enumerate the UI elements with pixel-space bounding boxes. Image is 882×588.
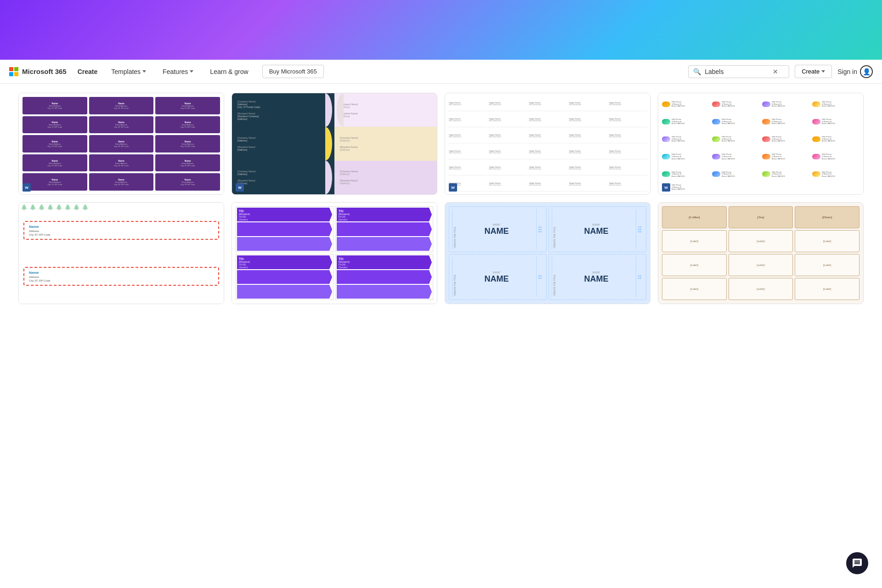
search-input[interactable] [705, 68, 769, 75]
user-avatar-icon: 👤 [860, 65, 873, 78]
animal-icon-lilac [712, 154, 720, 159]
navbar-right: 🔍 ✕ Create Sign in 👤 [688, 65, 873, 78]
template-card-arrow-labels[interactable]: TO: [Recipient] FROM: [Sender] [232, 202, 437, 304]
animal-cell: Halle Peusna12 Beacon StBoston, MA 02135 [661, 131, 710, 147]
animal-cell: Halle Peusna12 Beacon StBoston, MA 02135 [661, 166, 710, 182]
kitchen-label-flour: [Flour] [795, 206, 859, 228]
event-badge-2: CREATE THE TITLE EVENT NAME [548, 206, 646, 252]
arrow-labels-layout: TO: [Recipient] FROM: [Sender] [232, 203, 437, 304]
kitchen-label-5: [Label] [729, 254, 793, 276]
create-dropdown-button[interactable]: Create [795, 65, 832, 78]
arrow-stripe-2 [237, 222, 332, 236]
animal-icon-gold [812, 102, 820, 107]
clear-search-icon[interactable]: ✕ [773, 68, 778, 75]
animal-icon-tangerine [762, 154, 770, 159]
purple-label-cell: NameStreet AddressCity, ST ZIP Code [155, 97, 220, 114]
xmas-label-1: Name Address City ST ZIP Code [23, 221, 219, 240]
template-card-kitchen-labels[interactable]: [Coffee] [Tea] [Flour] [Label] [Label] [… [658, 202, 864, 304]
tree-icon: 🌲 [73, 204, 80, 302]
script-cell: Abigail Jackson420 N. Broad Street [608, 144, 647, 159]
arrow-stripe-c [337, 237, 432, 251]
navbar: Microsoft 365 Create Templates Features … [0, 60, 882, 84]
script-cell: Abigail Jackson420 N. Broad Street [488, 144, 527, 159]
animal-cell: Halle Peusna12 Beacon StBoston, MA 02135 [711, 166, 760, 182]
purple-label-cell: NameStreet AddressCity, ST ZIP Code [23, 116, 87, 134]
purple-label-cell: NameStreet AddressCity, ST ZIP Code [155, 116, 220, 134]
search-icon: 🔍 [693, 68, 701, 75]
tree-icon: 🌲 [29, 204, 36, 302]
template-card-script-labels[interactable]: Abigail Jackson420 N. Broad Street Abiga… [445, 93, 650, 195]
templates-chevron-icon [142, 70, 146, 73]
arrow-label-text: TO: [Recipient] FROM: [Sender] [239, 209, 330, 221]
xmas-address-field: Address [29, 230, 214, 232]
script-cell: Abigail Jackson420 N. Broad Street [568, 128, 607, 143]
templates-nav-link[interactable]: Templates [108, 66, 149, 77]
template-preview-animal-labels: Halle Peusna12 Beacon StBoston, MA 02135… [658, 93, 863, 194]
template-card-wavy-labels[interactable]: [Company Name] [Address] [City, ST Posta… [232, 93, 437, 195]
purple-label-cell: NameStreet AddressCity, ST ZIP Code [89, 116, 154, 134]
animal-icon-purple [762, 102, 770, 107]
wavy-pink-cell: [Company Name] [Address] [Recipient Name… [334, 161, 437, 194]
script-cell: Abigail Jackson420 N. Broad Street [608, 160, 647, 175]
script-cell: Abigail Jackson420 N. Broad Street [608, 112, 647, 127]
event-badge-4: CREATE THE TITLE EVENT NAME [548, 254, 646, 300]
animal-cell: Halle Peusna12 Beacon StBoston, MA 02135 [661, 113, 710, 130]
script-cell: Abigail Jackson420 N. Broad Street [528, 128, 567, 143]
animal-cell: Halle Peusna12 Beacon StBoston, MA 02135 [761, 131, 810, 147]
animal-icon-green [662, 119, 670, 124]
script-cell: Abigail Jackson420 N. Broad Street [488, 176, 527, 192]
script-cell: Abigail Jackson420 N. Broad Street [568, 112, 607, 127]
animal-icon-rose [812, 154, 820, 159]
script-labels-layout: Abigail Jackson420 N. Broad Street Abiga… [445, 93, 650, 194]
script-cell: Abigail Jackson420 N. Broad Street [488, 128, 527, 143]
purple-label-cell: NameStreet AddressCity, ST ZIP Code [89, 173, 154, 191]
logo-blue [9, 72, 13, 76]
wavy-labels-layout: [Company Name] [Address] [City, ST Posta… [232, 93, 437, 194]
script-cell: Abigail Jackson420 N. Broad Street [448, 144, 487, 159]
animal-labels-layout: Halle Peusna12 Beacon StBoston, MA 02135… [658, 93, 863, 194]
ms365-logo[interactable]: Microsoft 365 [9, 67, 67, 76]
tree-icon: 🌲 [21, 204, 28, 302]
tree-icon: 🌲 [47, 204, 54, 302]
purple-label-cell: NameStreet AddressCity, ST ZIP Code [23, 173, 87, 191]
kitchen-label-coffee: [Coffee] [662, 206, 727, 228]
event-label-text: EVENT [493, 223, 501, 226]
animal-cell: Halle Peusna12 Beacon StBoston, MA 02135 [761, 113, 810, 130]
wavy-left-accent [334, 93, 344, 127]
recipient-addr-2: [Address] [340, 115, 431, 118]
word-badge-4: W [662, 183, 670, 192]
chat-fab-button[interactable] [846, 552, 868, 574]
template-preview-script-labels: Abigail Jackson420 N. Broad Street Abiga… [445, 93, 650, 194]
kitchen-label-1: [Label] [662, 230, 727, 252]
template-card-xmas-labels[interactable]: 🌲 🌲 🌲 🌲 🌲 🌲 🌲 🌲 Name Address City ST ZIP… [18, 202, 224, 304]
animal-icon-violet [662, 136, 670, 142]
template-preview-wavy-labels: [Company Name] [Address] [City, ST Posta… [232, 93, 437, 194]
animal-icon-canary [812, 171, 820, 177]
buy-button[interactable]: Buy Microsoft 365 [262, 65, 324, 78]
template-card-purple-labels[interactable]: NameStreet AddressCity, ST ZIP Code Name… [18, 93, 224, 195]
animal-icon-coral [762, 136, 770, 142]
script-cell: Abigail Jackson420 N. Broad Street [608, 96, 647, 111]
template-card-animal-labels[interactable]: Halle Peusna12 Beacon StBoston, MA 02135… [658, 93, 864, 195]
template-grid: NameStreet AddressCity, ST ZIP Code Name… [18, 93, 864, 304]
create-nav-link[interactable]: Create [78, 68, 98, 75]
purple-label-cell: NameStreet AddressCity, ST ZIP Code [23, 97, 87, 114]
script-cell: Abigail Jackson420 N. Broad Street [448, 112, 487, 127]
animal-cell: Halle Peusna12 Beacon StBoston, MA 02135 [811, 166, 860, 182]
purple-label-cell: NameStreet AddressCity, ST ZIP Code [89, 135, 154, 153]
sign-in-button[interactable]: Sign in 👤 [837, 65, 873, 78]
animal-icon-orange [762, 119, 770, 124]
animal-icon-blue [712, 119, 720, 124]
tree-icon: 🌲 [82, 204, 89, 302]
yellow-accent [325, 127, 334, 160]
template-card-event-badges[interactable]: CREATE THE TITLE EVENT NAME [445, 202, 650, 304]
learn-grow-nav-link[interactable]: Learn & grow [207, 66, 251, 77]
script-cell: Abigail Jackson420 N. Broad Street [488, 160, 527, 175]
purple-label-cell: NameStreet AddressCity, ST ZIP Code [155, 135, 220, 153]
animal-cell: Halle Peusna12 Beacon StBoston, MA 02135 [761, 96, 810, 113]
features-nav-link[interactable]: Features [160, 66, 196, 77]
script-cell: Abigail Jackson420 N. Broad Street [488, 96, 527, 111]
animal-cell: Halle Peusna12 Beacon StBoston, MA 02135 [711, 113, 760, 130]
template-preview-kitchen-labels: [Coffee] [Tea] [Flour] [Label] [Label] [… [658, 203, 863, 304]
recipient-addr: [Address] [237, 118, 329, 120]
